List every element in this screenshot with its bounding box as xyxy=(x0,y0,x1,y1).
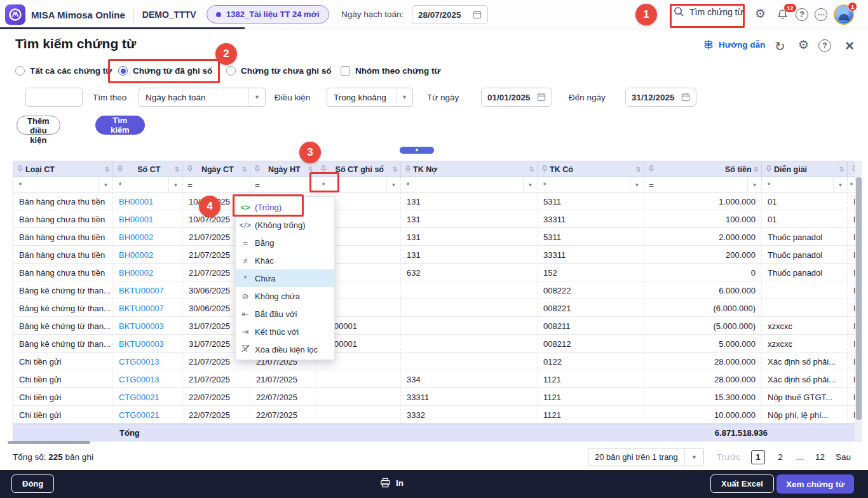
search-value-input[interactable] xyxy=(25,88,83,107)
sort-icon[interactable]: ⇅ xyxy=(754,166,759,173)
table-row[interactable]: Chi tiền gửiCTG0002122/07/202522/07/2025… xyxy=(13,388,862,406)
table-row[interactable]: Bảng kê chứng từ than...BKTU0000331/07/2… xyxy=(13,317,862,335)
column-header-Số CT ghi sổ[interactable]: Số CT ghi sổ⇅ xyxy=(316,161,401,177)
column-filter-Loại CT[interactable]: *▼ xyxy=(13,177,113,192)
table-row[interactable]: Bán hàng chưa thu tiềnBH0000110/07/20251… xyxy=(13,210,862,228)
chevron-down-icon[interactable]: ▼ xyxy=(833,177,847,192)
filter-operator-button[interactable]: = xyxy=(183,180,197,190)
filter-operator-button[interactable]: * xyxy=(113,180,127,190)
cell-Số CT[interactable]: CTG00021 xyxy=(113,406,183,424)
cell-Số CT[interactable]: BH00002 xyxy=(113,228,183,246)
page-button[interactable]: 2 xyxy=(776,452,785,462)
calendar-icon[interactable] xyxy=(537,93,546,102)
column-filter-Ngày HT[interactable]: = xyxy=(250,177,316,192)
cell-Số CT[interactable]: BH00002 xyxy=(113,246,183,264)
prev-page-button[interactable]: Trước xyxy=(717,452,740,462)
column-header-Ngày HT[interactable]: Ngày HT⇅ xyxy=(250,161,316,177)
chevron-down-icon[interactable]: ▼ xyxy=(630,177,644,192)
guide-link[interactable]: Hướng dẫn xyxy=(703,39,765,50)
user-avatar[interactable]: 1 xyxy=(834,4,854,25)
find-documents-button[interactable]: Tìm chứng từ xyxy=(674,6,743,17)
to-date-input[interactable]: 31/12/2025 xyxy=(625,88,696,107)
column-filter-Số CT[interactable]: *▼ xyxy=(113,177,183,192)
table-row[interactable]: Chi tiền gửiCTG0001321/07/202521/07/2025… xyxy=(13,353,862,370)
calendar-icon[interactable] xyxy=(681,93,690,102)
filter-operator-button[interactable]: * xyxy=(401,180,415,190)
table-row[interactable]: Bảng kê chứng từ than...BKTU0000730/06/2… xyxy=(13,281,862,299)
filter-operator-button[interactable]: * xyxy=(538,180,552,190)
column-header-Ngày CT[interactable]: Ngày CT⇅ xyxy=(183,161,250,177)
menu-item-starts-with[interactable]: ⇤Bắt đầu với xyxy=(236,305,334,323)
search-button[interactable]: Tìm kiếm xyxy=(95,116,145,135)
chevron-down-icon[interactable]: ▼ xyxy=(386,177,400,192)
page-button[interactable]: ... xyxy=(796,452,804,462)
cell-Số CT[interactable]: BKTU00003 xyxy=(113,317,183,335)
column-filter-TK Có[interactable]: *▼ xyxy=(538,177,644,192)
chevron-down-icon[interactable]: ▼ xyxy=(747,177,761,192)
radio-posted-documents[interactable]: Chứng từ đã ghi sổ xyxy=(118,66,212,76)
view-document-button[interactable]: Xem chứng từ xyxy=(776,474,854,494)
help-icon[interactable]: ? xyxy=(796,8,808,21)
close-icon[interactable]: × xyxy=(845,37,854,55)
pin-icon[interactable] xyxy=(405,164,411,175)
sort-icon[interactable]: ⇅ xyxy=(175,166,180,173)
cell-Số CT[interactable]: CTG00013 xyxy=(113,370,183,388)
table-row[interactable]: Bảng kê chứng từ than...BKTU0000331/07/2… xyxy=(13,335,862,353)
refresh-icon[interactable]: ↻ xyxy=(775,39,785,54)
column-filter-TK Nợ[interactable]: *▼ xyxy=(401,177,538,192)
column-header-Số tiền[interactable]: Số tiền⇅ xyxy=(644,161,762,177)
collapse-panel-button[interactable]: ▲ xyxy=(400,147,434,154)
calendar-icon[interactable] xyxy=(473,10,482,19)
column-filter-Diễn giải[interactable]: *▼ xyxy=(762,177,848,192)
menu-item-clear-filter[interactable]: Xóa điều kiện lọc xyxy=(236,340,334,358)
pin-icon[interactable] xyxy=(320,164,327,175)
posting-date-input[interactable]: 28/07/2025 xyxy=(412,5,488,24)
sort-icon[interactable]: ⇅ xyxy=(105,166,110,173)
more-options-icon[interactable]: ⋯ xyxy=(815,8,827,21)
cell-Số CT[interactable]: BKTU00007 xyxy=(113,281,183,299)
column-header-Số CT[interactable]: Số CT⇅ xyxy=(113,161,183,177)
chevron-down-icon[interactable]: ▼ xyxy=(523,177,537,192)
settings-icon[interactable]: ⚙ xyxy=(755,8,766,20)
pin-icon[interactable] xyxy=(17,164,24,175)
chevron-down-icon[interactable]: ▼ xyxy=(98,177,112,192)
chevron-down-icon[interactable]: ▼ xyxy=(396,88,412,106)
filter-operator-button[interactable]: = xyxy=(250,180,264,190)
pin-icon[interactable] xyxy=(117,164,123,175)
search-field-select[interactable]: Ngày hạch toán ▼ xyxy=(139,88,266,107)
filter-operator-button[interactable]: = xyxy=(644,180,658,190)
sort-icon[interactable]: ⇅ xyxy=(242,166,247,173)
page-button[interactable]: 12 xyxy=(815,452,825,462)
table-row[interactable]: Bảng kê chứng từ than...BKTU0000730/06/2… xyxy=(13,299,862,317)
cell-Số CT[interactable]: BH00001 xyxy=(113,192,183,210)
table-row[interactable]: Bán hàng chưa thu tiềnBH0000221/07/20251… xyxy=(13,228,862,246)
horizontal-scrollbar-thumb[interactable] xyxy=(8,441,90,444)
notifications-bell-icon[interactable]: 12 xyxy=(776,8,789,20)
table-row[interactable]: Bán hàng chưa thu tiềnBH0000110/07/20251… xyxy=(13,192,862,210)
menu-item-empty[interactable]: <>(Trống) xyxy=(236,198,334,216)
chevron-down-icon[interactable]: ▼ xyxy=(684,448,703,466)
table-row[interactable]: Bán hàng chưa thu tiềnBH0000221/07/20251… xyxy=(13,246,862,264)
table-row[interactable]: Bán hàng chưa thu tiềnBH0000221/07/20256… xyxy=(13,264,862,281)
cell-Số CT[interactable]: BKTU00003 xyxy=(113,335,183,353)
pin-icon[interactable] xyxy=(766,164,772,175)
radio-unposted-documents[interactable]: Chứng từ chưa ghi sổ xyxy=(226,66,332,76)
table-row[interactable]: Chi tiền gửiCTG0001321/07/202521/07/2025… xyxy=(13,370,862,388)
page-size-select[interactable]: 20 bản ghi trên 1 trang ▼ xyxy=(588,448,704,466)
pin-icon[interactable] xyxy=(187,164,193,175)
export-excel-button[interactable]: Xuất Excel xyxy=(710,474,774,493)
menu-item-equals[interactable]: =Bằng xyxy=(236,234,334,252)
menu-item-not-contains[interactable]: ⊘Không chứa xyxy=(236,287,334,305)
chevron-down-icon[interactable]: ▼ xyxy=(248,88,265,106)
cell-Số CT[interactable]: CTG00013 xyxy=(113,353,183,370)
column-header-TK Nợ[interactable]: TK Nợ⇅ xyxy=(401,161,538,177)
sort-icon[interactable]: ⇅ xyxy=(308,166,313,173)
add-condition-button[interactable]: Thêm điều kiện xyxy=(17,116,60,135)
sort-icon[interactable]: ⇅ xyxy=(393,166,398,173)
panel-settings-icon[interactable]: ⚙ xyxy=(798,39,809,51)
document-badge[interactable]: 1382_Tài liệu TT 24 mới xyxy=(207,5,329,24)
menu-item-ends-with[interactable]: ⇥Kết thúc với xyxy=(236,323,334,340)
column-header-TK Có[interactable]: TK Có⇅ xyxy=(538,161,644,177)
from-date-input[interactable]: 01/01/2025 xyxy=(481,88,552,107)
column-filter-Ngày CT[interactable]: = xyxy=(183,177,250,192)
